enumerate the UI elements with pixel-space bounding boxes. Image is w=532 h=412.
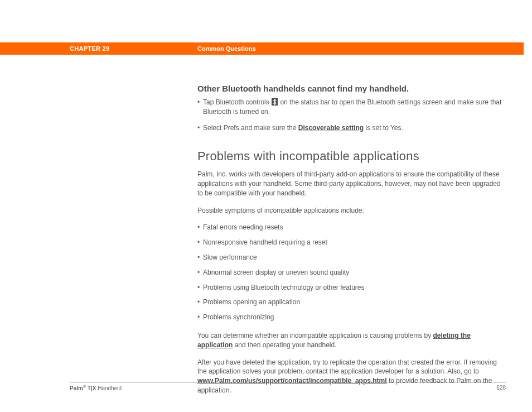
chapter-header-bar: CHAPTER 29 Common Questions	[0, 42, 524, 55]
brand: Palm	[70, 385, 83, 391]
text: You can determine whether an incompatibl…	[197, 332, 433, 339]
text: Select Prefs and make sure the	[203, 124, 298, 132]
list-item: Fatal errors needing resets	[197, 223, 507, 232]
list-item: Problems opening an application	[197, 298, 507, 307]
bluetooth-icon	[272, 98, 278, 106]
list-item: Abnormal screen display or uneven sound …	[197, 268, 507, 277]
list-item: Tap Bluetooth controls on the status bar…	[197, 98, 507, 117]
list-item: Nonresponsive handheld requiring a reset	[197, 238, 507, 247]
text: and then operating your handheld.	[233, 341, 336, 349]
determine-paragraph: You can determine whether an incompatibl…	[197, 331, 507, 350]
footer-product: Palm® T|X Handheld	[70, 385, 122, 391]
symptoms-list: Fatal errors needing resets Nonresponsiv…	[197, 223, 507, 322]
text: Tap Bluetooth controls	[203, 98, 269, 106]
intro-paragraph: Palm, Inc. works with developers of thir…	[197, 170, 507, 198]
chapter-label: CHAPTER 29	[70, 45, 109, 52]
symptoms-intro: Possible symptoms of incompatible applic…	[197, 206, 507, 215]
incompatible-apps-heading: Problems with incompatible applications	[197, 148, 507, 165]
model: T|X	[86, 385, 96, 391]
bluetooth-subheading: Other Bluetooth handhelds cannot find my…	[197, 83, 507, 94]
page-footer: Palm® T|X Handheld 628	[70, 382, 506, 391]
list-item: Select Prefs and make sure the Discovera…	[197, 123, 507, 133]
list-item: Problems using Bluetooth technology or o…	[197, 283, 507, 293]
discoverable-setting-link[interactable]: Discoverable setting	[298, 124, 364, 132]
suffix: Handheld	[96, 385, 122, 391]
text: is set to Yes.	[364, 124, 403, 132]
list-item: Problems synchronizing	[197, 313, 507, 322]
list-item: Slow performance	[197, 253, 507, 262]
page-content: Other Bluetooth handhelds cannot find my…	[197, 83, 507, 403]
page-number: 628	[496, 385, 506, 391]
bluetooth-tips-list: Tap Bluetooth controls on the status bar…	[197, 98, 507, 132]
text: After you have deleted the application, …	[197, 358, 497, 376]
section-label: Common Questions	[197, 45, 256, 52]
